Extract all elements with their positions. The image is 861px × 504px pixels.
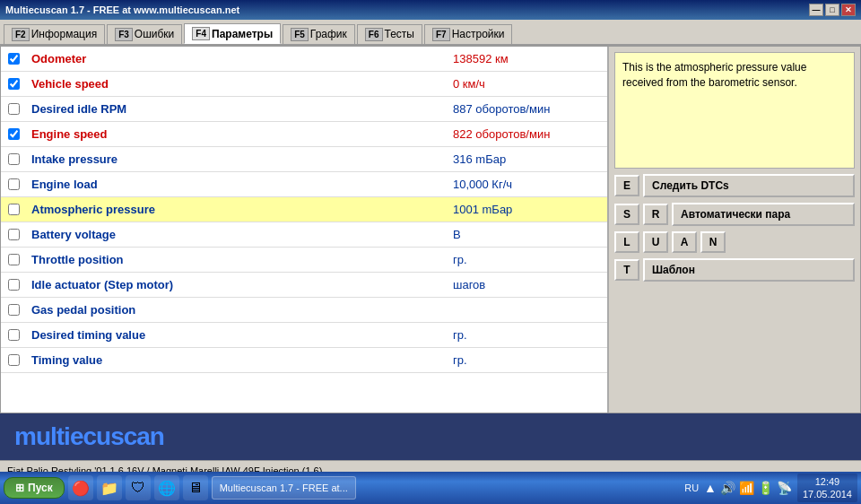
tray-signal-icon: 📡	[777, 481, 792, 495]
table-row: Throttle position гр.	[1, 248, 607, 273]
start-button[interactable]: ⊞ Пуск	[4, 477, 65, 499]
checkbox-input[interactable]	[8, 178, 20, 190]
btn-n[interactable]: N	[700, 231, 726, 253]
tab-информация[interactable]: F2Информация	[4, 24, 105, 44]
param-checkbox[interactable]	[1, 103, 26, 115]
param-checkbox[interactable]	[1, 279, 26, 291]
table-row: Odometer 138592 км	[1, 47, 607, 72]
param-checkbox[interactable]	[1, 53, 26, 65]
param-checkbox[interactable]	[1, 329, 26, 341]
tab-key-F2: F2	[12, 28, 30, 41]
table-row: Battery voltage В	[1, 222, 607, 248]
param-value: шагов	[446, 275, 607, 294]
tab-label: Настройки	[452, 28, 505, 40]
auto-params-row: S R Автоматически пара	[614, 203, 855, 226]
btn-e[interactable]: E	[614, 175, 639, 196]
follow-dtcs-row: E Следить DTCs	[614, 174, 855, 197]
param-value: В	[446, 225, 607, 244]
btn-s[interactable]: S	[614, 204, 639, 225]
btn-t[interactable]: T	[614, 259, 639, 281]
tab-тесты[interactable]: F6Тесты	[357, 24, 422, 44]
checkbox-input[interactable]	[8, 279, 20, 291]
start-label: Пуск	[28, 482, 53, 494]
auto-params-button[interactable]: Автоматически пара	[672, 203, 855, 226]
table-row: Gas pedal position	[1, 298, 607, 323]
tab-key-F3: F3	[115, 28, 133, 41]
param-checkbox[interactable]	[1, 204, 26, 215]
luan-row: L U A N	[614, 231, 855, 253]
table-row: Vehicle speed 0 км/ч	[1, 72, 607, 97]
taskbar-icon-folder[interactable]: 📁	[97, 475, 122, 500]
taskbar-icon-monitor[interactable]: 🖥	[183, 475, 208, 500]
taskbar-icon-chrome[interactable]: 🌐	[154, 475, 179, 500]
btn-a[interactable]: A	[672, 231, 697, 253]
param-name: Atmospheric pressure	[26, 200, 446, 219]
tab-label: Тесты	[385, 28, 414, 40]
btn-r[interactable]: R	[643, 204, 668, 225]
taskbar-app-multiecuscan[interactable]: Multiecuscan 1.7 - FREE at...	[212, 476, 356, 500]
template-button[interactable]: Шаблон	[643, 258, 855, 282]
param-value: 822 оборотов/мин	[446, 125, 607, 143]
param-name: Gas pedal position	[26, 300, 446, 319]
checkbox-input[interactable]	[8, 329, 20, 341]
param-checkbox[interactable]	[1, 128, 26, 140]
logo-area: multiecuscan	[0, 413, 861, 460]
param-name: Engine load	[26, 175, 446, 194]
checkbox-input[interactable]	[8, 103, 20, 115]
tab-график[interactable]: F5График	[283, 24, 355, 44]
tray-volume-icon: 🔊	[720, 481, 735, 495]
logo-multi: multi	[14, 422, 70, 450]
param-checkbox[interactable]	[1, 153, 26, 165]
taskbar-app-label: Multiecuscan 1.7 - FREE at...	[220, 482, 348, 493]
taskbar-icon-opera[interactable]: 🔴	[68, 475, 93, 500]
table-row: Desired idle RPM 887 оборотов/мин	[1, 97, 607, 122]
checkbox-input[interactable]	[8, 128, 20, 140]
tray-network-icon: 📶	[739, 481, 754, 495]
params-table[interactable]: Odometer 138592 км Vehicle speed 0 км/ч …	[1, 47, 607, 413]
param-name: Timing value	[26, 351, 446, 369]
checkbox-input[interactable]	[8, 78, 20, 90]
tab-key-F6: F6	[365, 28, 383, 41]
table-row: Desired timing value гр.	[1, 323, 607, 348]
tab-ошибки[interactable]: F3Ошибки	[107, 24, 182, 44]
checkbox-input[interactable]	[8, 204, 20, 215]
btn-u[interactable]: U	[643, 231, 668, 253]
param-checkbox[interactable]	[1, 354, 26, 366]
info-box: This is the atmospheric pressure value r…	[614, 52, 855, 169]
checkbox-input[interactable]	[8, 153, 20, 165]
param-name: Throttle position	[26, 250, 446, 269]
param-value: 1001 mБар	[446, 200, 607, 219]
checkbox-input[interactable]	[8, 254, 20, 265]
param-checkbox[interactable]	[1, 304, 26, 316]
taskbar-icon-shield[interactable]: 🛡	[126, 475, 151, 500]
follow-dtcs-button[interactable]: Следить DTCs	[643, 174, 855, 197]
tray-battery-icon: 🔋	[758, 481, 773, 495]
table-row: Engine speed 822 оборотов/мин	[1, 122, 607, 147]
param-value: 138592 км	[446, 49, 607, 68]
language-indicator: RU	[684, 482, 699, 493]
param-name: Idle actuator (Step motor)	[26, 275, 446, 294]
taskbar-right: RU ▲ 🔊 📶 🔋 📡 12:49 17.05.2014	[684, 474, 857, 503]
info-box-text: This is the atmospheric pressure value r…	[622, 61, 806, 89]
checkbox-input[interactable]	[8, 354, 20, 366]
param-value: 0 км/ч	[446, 74, 607, 93]
param-checkbox[interactable]	[1, 78, 26, 90]
tab-key-F5: F5	[291, 28, 309, 41]
close-button[interactable]: ✕	[841, 4, 856, 16]
param-checkbox[interactable]	[1, 229, 26, 240]
maximize-button[interactable]: □	[825, 4, 839, 16]
tab-параметры[interactable]: F4Параметры	[184, 23, 281, 44]
checkbox-input[interactable]	[8, 304, 20, 316]
right-panel: This is the atmospheric pressure value r…	[609, 47, 860, 413]
checkbox-input[interactable]	[8, 53, 20, 65]
tab-label: Параметры	[212, 28, 273, 40]
minimize-button[interactable]: —	[809, 4, 823, 16]
param-checkbox[interactable]	[1, 254, 26, 265]
param-name: Battery voltage	[26, 225, 446, 244]
tab-настройки[interactable]: F7Настройки	[424, 24, 513, 44]
checkbox-input[interactable]	[8, 229, 20, 240]
btn-l[interactable]: L	[614, 231, 639, 253]
param-name: Engine speed	[26, 125, 446, 143]
param-checkbox[interactable]	[1, 178, 26, 190]
tab-key-F7: F7	[432, 28, 450, 41]
